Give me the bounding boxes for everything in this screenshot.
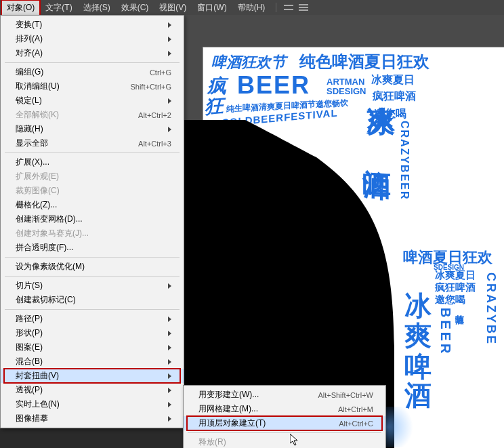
menu-object[interactable]: 对象(O) xyxy=(1,0,40,16)
menu-image-trace[interactable]: 图像描摹 xyxy=(1,411,184,426)
art-text-2b: BEER xyxy=(237,73,310,98)
menu-blend[interactable]: 混合(B) xyxy=(1,354,184,369)
menu-text[interactable]: 文字(T) xyxy=(40,0,77,16)
submenu-make-warp[interactable]: 用变形建立(W)...Alt+Shift+Ctrl+W xyxy=(184,388,385,402)
separator xyxy=(276,3,276,12)
menu-select[interactable]: 选择(S) xyxy=(78,0,116,16)
menu-effect[interactable]: 效果(C) xyxy=(116,0,154,16)
menu-lock[interactable]: 锁定(L) xyxy=(1,94,184,108)
art-text-3c: 疯狂啤酒 xyxy=(373,91,416,102)
menu-rasterize[interactable]: 栅格化(Z)... xyxy=(1,198,184,212)
menu-help[interactable]: 帮助(H) xyxy=(232,0,271,16)
menu-align[interactable]: 对齐(A) xyxy=(1,46,184,60)
art-text-2c: ARTMAN xyxy=(327,77,364,87)
art2-r2: 疯狂啤酒 xyxy=(435,282,476,293)
submenu-make-mesh[interactable]: 用网格建立(M)...Alt+Ctrl+M xyxy=(184,402,385,416)
submenu-make-top-object[interactable]: 用顶层对象建立(T)Alt+Ctrl+C xyxy=(184,416,385,430)
art2-crazy: CRAZYBE xyxy=(484,272,497,346)
art2-line1: 啤酒夏日狂欢 xyxy=(403,249,492,265)
menu-pixel-perfect[interactable]: 设为像素级优化(M) xyxy=(1,260,184,274)
menu-envelope-distort[interactable]: 封套扭曲(V) xyxy=(1,369,184,383)
menu-path[interactable]: 路径(P) xyxy=(1,312,184,326)
menu-expand-appearance: 扩展外观(E) xyxy=(1,169,184,184)
art-text-1b: 纯色啤酒夏日狂欢 xyxy=(299,53,429,70)
menu-mosaic: 创建对象马赛克(J)... xyxy=(1,226,184,241)
menu-slice[interactable]: 切片(S) xyxy=(1,279,184,293)
submenu-release: 释放(R) xyxy=(184,435,385,448)
view-mode-buttons[interactable] xyxy=(282,3,310,12)
art2-r3: 邀您喝 xyxy=(435,294,465,305)
menu-ungroup[interactable]: 取消编组(U)Shift+Ctrl+G xyxy=(1,79,184,94)
art-text-4b: 邀您喝 xyxy=(374,108,406,120)
menu-trim-marks[interactable]: 创建裁切标记(C) xyxy=(1,293,184,307)
object-menu: 变换(T) 排列(A) 对齐(A) 编组(G)Ctrl+G 取消编组(U)Shi… xyxy=(0,15,184,428)
menu-unlock-all: 全部解锁(K)Alt+Ctrl+2 xyxy=(1,108,184,122)
menu-show-all[interactable]: 显示全部Alt+Ctrl+3 xyxy=(1,136,184,150)
menubar: 对象(O) 文字(T) 选择(S) 效果(C) 视图(V) 窗口(W) 帮助(H… xyxy=(0,0,504,15)
menu-transform[interactable]: 变换(T) xyxy=(1,18,184,32)
menu-crop-image: 裁剪图像(C) xyxy=(1,184,184,198)
menu-perspective[interactable]: 透视(P) xyxy=(1,383,184,397)
menu-live-paint[interactable]: 实时上色(N) xyxy=(1,397,184,411)
envelope-submenu: 用变形建立(W)...Alt+Shift+Ctrl+W 用网格建立(M)...A… xyxy=(183,385,386,448)
menu-gradient-mesh[interactable]: 创建渐变网格(D)... xyxy=(1,212,184,226)
art-text-1: 啤酒狂欢节 xyxy=(211,54,286,70)
menu-shape[interactable]: 形状(P) xyxy=(1,326,184,340)
menu-arrange[interactable]: 排列(A) xyxy=(1,32,184,46)
art-text-2a: 疯 xyxy=(207,76,226,96)
menu-flatten[interactable]: 拼合透明度(F)... xyxy=(1,241,184,255)
art-text-3a: 狂 xyxy=(205,96,224,117)
menu-expand[interactable]: 扩展(X)... xyxy=(1,155,184,169)
menu-hide[interactable]: 隐藏(H) xyxy=(1,122,184,136)
art2-sdesign: SDESIGN xyxy=(434,264,464,272)
menu-view[interactable]: 视图(V) xyxy=(154,0,192,16)
art-text-2d: 冰爽夏日 xyxy=(371,75,415,86)
menu-window[interactable]: 窗口(W) xyxy=(192,0,232,16)
menu-group[interactable]: 编组(G)Ctrl+G xyxy=(1,65,184,79)
art2-beer: BEER xyxy=(438,308,453,357)
cursor-icon xyxy=(290,434,299,446)
menu-pattern[interactable]: 图案(E) xyxy=(1,340,184,354)
canvas[interactable]: 啤酒狂欢节 纯色啤酒夏日狂欢 疯 BEER ARTMAN SDESIGN 冰爽夏… xyxy=(184,15,504,448)
